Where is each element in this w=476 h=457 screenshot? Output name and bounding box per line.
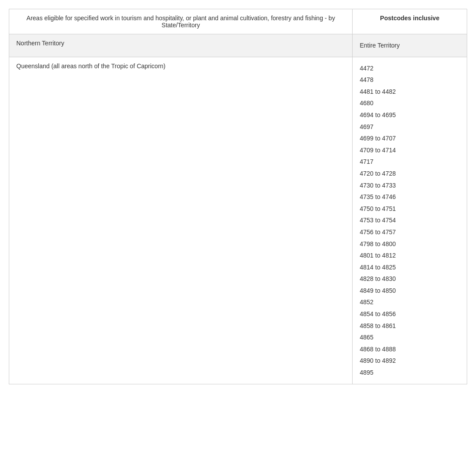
postcode-item: 4697 [360,121,460,133]
postcode-item: 4720 to 4728 [360,168,460,180]
postcode-item: 4730 to 4733 [360,180,460,192]
postcode-item: 4828 to 4830 [360,273,460,285]
postcode-item: 4852 [360,296,460,308]
table-row: Queensland (all areas north of the Tropi… [9,57,467,384]
description-header: Areas eligible for specified work in tou… [9,9,353,34]
postcode-item: 4699 to 4707 [360,133,460,144]
postcode-item: 4680 [360,97,460,109]
postcode-item: 4801 to 4812 [360,250,460,262]
postcode-item: 4849 to 4850 [360,285,460,297]
postcode-item: 4756 to 4757 [360,226,460,238]
postcode-item: 4798 to 4800 [360,238,460,250]
postcode-item: 4717 [360,156,460,168]
postcode-item: 4753 to 4754 [360,214,460,226]
postcode-item: 4814 to 4825 [360,262,460,273]
postcode-item: 4895 [360,367,460,379]
postcode-item: 4858 to 4861 [360,320,460,332]
postcode-item: 4478 [360,74,460,86]
postcode-item: 4868 to 4888 [360,343,460,355]
postcodes-cell: 447244784481 to 448246804694 to 46954697… [353,57,467,384]
postcode-item: 4865 [360,332,460,343]
postcode-item: 4890 to 4892 [360,355,460,367]
postcode-item: 4750 to 4751 [360,203,460,215]
postcode-item: 4481 to 4482 [360,86,460,98]
table-row: Northern TerritoryEntire Territory [9,34,467,57]
postcodes-header: Postcodes inclusive [353,9,467,34]
postcode-item: 4472 [360,63,460,74]
region-cell: Northern Territory [9,34,353,57]
postcode-item: 4694 to 4695 [360,109,460,121]
postcode-item: 4735 to 4746 [360,191,460,203]
postcode-item: 4854 to 4856 [360,308,460,320]
region-cell: Queensland (all areas north of the Tropi… [9,57,353,384]
eligibility-table: Areas eligible for specified work in tou… [9,9,467,384]
postcode-item: 4709 to 4714 [360,144,460,156]
postcodes-cell: Entire Territory [353,34,467,57]
postcode-item: Entire Territory [360,40,460,52]
